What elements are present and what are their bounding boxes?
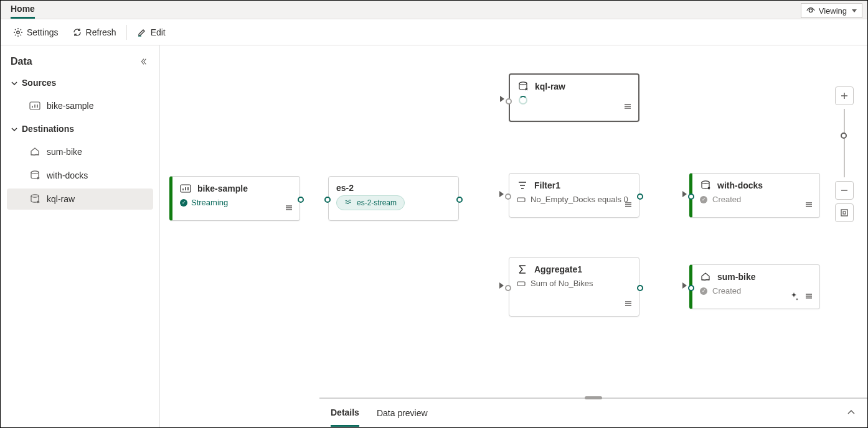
section-sources-label: Sources [22, 78, 56, 88]
node-title: sum-bike [717, 272, 755, 282]
zoom-in-button[interactable] [835, 86, 854, 105]
node-menu-icon[interactable] [804, 200, 813, 211]
sparkle-icon[interactable] [790, 292, 798, 302]
output-port[interactable] [637, 285, 643, 291]
input-port[interactable] [506, 98, 512, 105]
node-sum-bike[interactable]: sum-bike ✓ Created [689, 264, 820, 309]
svg-point-4 [31, 195, 39, 197]
node-es-2[interactable]: es-2 es-2-stream [328, 176, 459, 221]
node-title: Filter1 [534, 180, 560, 190]
gear-icon [13, 27, 23, 37]
node-status-label: Created [712, 286, 741, 295]
input-port[interactable] [505, 193, 511, 200]
chevron-down-icon [11, 79, 18, 86]
output-port[interactable] [637, 193, 643, 200]
loading-spinner-icon [519, 96, 527, 105]
output-port[interactable] [456, 197, 463, 203]
svg-point-13 [702, 181, 709, 184]
tab-home[interactable]: Home [11, 1, 35, 19]
arrowhead-icon [682, 191, 687, 197]
sidebar-item-with-docks[interactable]: with-docks [7, 165, 153, 186]
svg-point-3 [31, 171, 39, 174]
sidebar-item-label: kql-raw [47, 194, 75, 204]
view-mode-label: Viewing [819, 6, 847, 16]
zoom-slider[interactable] [844, 109, 845, 177]
edit-button[interactable]: Edit [131, 24, 172, 41]
bottom-tab-data-preview[interactable]: Data preview [377, 401, 428, 426]
node-filter1[interactable]: Filter1 No_Empty_Docks equals 0 [509, 173, 639, 218]
sidebar-item-kql-raw[interactable]: kql-raw [7, 188, 153, 210]
field-icon [517, 279, 526, 288]
sidebar-item-sum-bike[interactable]: sum-bike [7, 141, 153, 162]
sidebar-item-bike-sample[interactable]: bike-sample [7, 95, 153, 116]
input-port[interactable] [505, 285, 511, 291]
node-title: bike-sample [197, 184, 248, 193]
settings-button[interactable]: Settings [7, 24, 65, 41]
edit-label: Edit [151, 27, 166, 37]
chart-icon [180, 183, 191, 194]
sidebar: Data Sources bike-sample Destinations [1, 45, 160, 427]
panel-resize-handle[interactable] [585, 396, 602, 399]
status-check-icon: ✓ [700, 287, 707, 295]
refresh-label: Refresh [86, 27, 116, 37]
database-icon [29, 170, 40, 181]
node-aggregate1[interactable]: Aggregate1 Sum of No_Bikes [509, 257, 639, 317]
node-menu-icon[interactable] [624, 299, 633, 310]
zoom-slider-handle[interactable] [841, 133, 847, 139]
zoom-out-button[interactable] [835, 181, 854, 200]
node-description: Sum of No_Bikes [531, 279, 593, 288]
lakehouse-icon [29, 146, 40, 157]
eye-icon [806, 6, 815, 15]
zoom-fit-button[interactable] [835, 203, 854, 222]
filter-icon [517, 180, 528, 191]
svg-point-1 [17, 30, 19, 33]
node-menu-icon[interactable] [285, 203, 293, 214]
input-port[interactable] [688, 285, 694, 291]
node-title: kql-raw [535, 81, 565, 91]
svg-rect-14 [841, 210, 847, 216]
node-menu-icon[interactable] [623, 102, 632, 113]
top-tab-bar: Home Viewing [1, 1, 867, 19]
canvas[interactable]: bike-sample ✓ Streaming es-2 es-2-stream [160, 45, 867, 427]
input-port[interactable] [688, 193, 694, 200]
bottom-tab-details[interactable]: Details [331, 400, 359, 427]
node-status-label: Streaming [191, 198, 228, 207]
sidebar-title: Data [11, 56, 32, 67]
stream-tag-label: es-2-stream [357, 198, 397, 207]
node-kql-raw[interactable]: kql-raw [509, 73, 639, 122]
input-port[interactable] [324, 197, 331, 203]
refresh-button[interactable]: Refresh [66, 24, 123, 41]
view-mode-dropdown[interactable]: Viewing [801, 3, 862, 18]
svg-point-0 [809, 9, 812, 12]
chevron-down-icon [11, 125, 18, 133]
sidebar-section-destinations[interactable]: Destinations [7, 119, 153, 139]
status-check-icon: ✓ [180, 199, 187, 207]
arrowhead-icon [500, 96, 504, 102]
settings-label: Settings [27, 27, 59, 37]
expand-panel-button[interactable] [846, 407, 856, 419]
node-with-docks[interactable]: with-docks ✓ Created [689, 173, 820, 218]
node-title: Aggregate1 [534, 264, 582, 274]
arrowhead-icon [499, 191, 504, 197]
node-title: es-2 [336, 183, 354, 193]
collapse-sidebar-button[interactable] [137, 55, 149, 68]
edit-icon [137, 27, 147, 37]
sidebar-item-label: bike-sample [47, 101, 93, 111]
node-menu-icon[interactable] [804, 292, 813, 302]
output-port[interactable] [298, 197, 304, 203]
node-menu-icon[interactable] [624, 200, 633, 211]
node-bike-sample[interactable]: bike-sample ✓ Streaming [169, 176, 300, 221]
svg-point-10 [519, 82, 527, 85]
toolbar-separator [126, 25, 127, 40]
stream-tag[interactable]: es-2-stream [336, 195, 405, 210]
section-destinations-label: Destinations [22, 124, 74, 134]
zoom-controls [835, 86, 854, 222]
arrowhead-icon [682, 282, 687, 289]
stream-icon [344, 198, 353, 207]
svg-rect-12 [517, 282, 525, 286]
lakehouse-icon [700, 271, 711, 282]
bottom-panel: Details Data preview [319, 398, 867, 427]
sidebar-section-sources[interactable]: Sources [7, 73, 153, 93]
field-icon [517, 195, 526, 204]
refresh-icon [72, 27, 82, 37]
